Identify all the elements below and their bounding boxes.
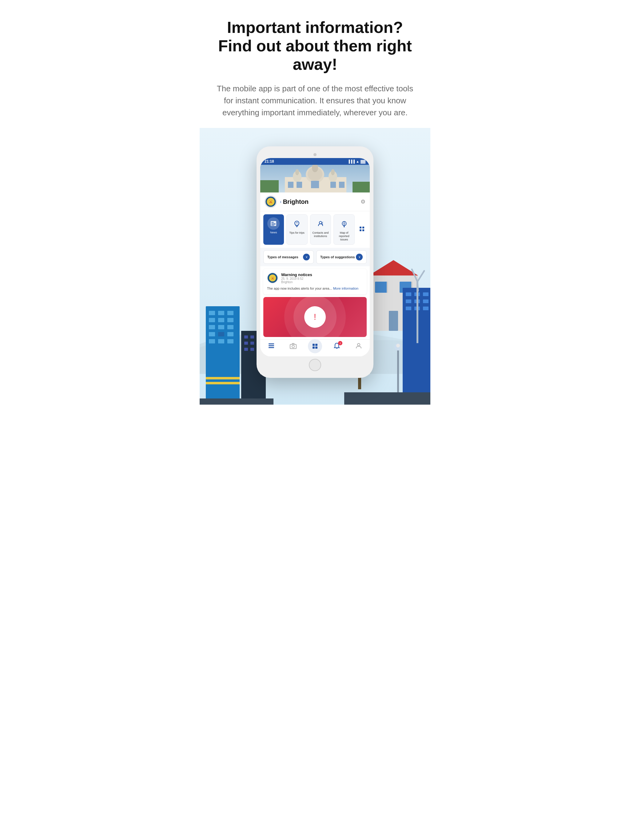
- signal-icon: ▐▐▐: [348, 159, 355, 163]
- notification-badge-count: 2: [338, 341, 342, 345]
- contacts-svg-icon: [317, 221, 324, 227]
- news-svg-icon: [270, 220, 277, 227]
- svg-rect-103: [315, 346, 317, 349]
- news-card-link[interactable]: More information: [333, 287, 359, 290]
- tab-list[interactable]: [260, 342, 282, 353]
- phone-camera: [313, 153, 317, 156]
- status-time: 21:18: [264, 159, 274, 164]
- news-card-title: Warning notices: [281, 272, 312, 277]
- nav-item-contacts[interactable]: Contacts and institutions: [310, 214, 331, 245]
- nav-item-map[interactable]: Map of reported issues: [334, 214, 355, 245]
- bottom-tabs: 2: [260, 339, 370, 356]
- nav-item-news[interactable]: News: [263, 214, 284, 245]
- svg-point-104: [358, 343, 360, 346]
- svg-rect-84: [271, 222, 274, 223]
- city-name-row: › Brighton: [280, 198, 309, 205]
- center-grid-icon: [312, 343, 318, 350]
- settings-gear-icon[interactable]: ⚙: [361, 198, 366, 205]
- news-card-logo: ⚔: [267, 272, 278, 284]
- map-icon: [338, 218, 350, 230]
- camera-tab-icon: [290, 342, 297, 351]
- scene: 21:18 ▐▐▐ ▲ ▓▓: [199, 128, 431, 405]
- svg-text:⚔: ⚔: [269, 199, 273, 204]
- svg-rect-78: [330, 182, 336, 188]
- city-chevron-icon[interactable]: ›: [280, 199, 282, 204]
- app-nav-row: News Tips for trips: [260, 211, 370, 248]
- city-name-label: Brighton: [283, 198, 309, 205]
- main-title: Important information? Find out about th…: [212, 19, 418, 74]
- filter-messages-button[interactable]: Types of messages ∨: [263, 250, 314, 264]
- phone-device: 21:18 ▐▐▐ ▲ ▓▓: [256, 146, 374, 378]
- map-svg-icon: [341, 221, 348, 227]
- status-bar: 21:18 ▐▐▐ ▲ ▓▓: [260, 158, 370, 165]
- center-grid-button[interactable]: [308, 339, 322, 353]
- phone-wrapper: 21:18 ▐▐▐ ▲ ▓▓: [199, 140, 431, 378]
- svg-rect-101: [315, 344, 317, 346]
- tab-grid-center[interactable]: [304, 342, 326, 353]
- svg-rect-79: [339, 182, 345, 188]
- tips-svg-icon: [293, 221, 300, 227]
- nav-item-tips[interactable]: Tips for trips: [287, 214, 308, 245]
- svg-rect-75: [288, 182, 293, 188]
- pavilion-svg: [260, 165, 370, 193]
- title-line1: Important information?: [227, 19, 403, 36]
- phone-top-bar: [260, 150, 370, 158]
- filter-suggestions-label: Types of suggestions: [320, 255, 355, 259]
- svg-rect-86: [271, 224, 275, 225]
- svg-rect-77: [311, 181, 319, 188]
- svg-point-88: [295, 221, 299, 225]
- tab-camera[interactable]: [282, 342, 304, 353]
- contacts-icon: [314, 218, 327, 230]
- news-card: ⚔ Warning notices 25. 9. 2019 8:52 Brigh…: [263, 269, 367, 295]
- tab-profile[interactable]: [348, 342, 370, 353]
- filter-messages-chevron-icon: ∨: [303, 254, 310, 261]
- city-left: ⚔ › Brighton: [264, 196, 309, 208]
- news-icon: [268, 217, 280, 230]
- phone-home-button[interactable]: [309, 359, 321, 371]
- svg-rect-85: [271, 223, 275, 224]
- alert-card: !: [263, 297, 367, 337]
- news-card-location: Brighton: [281, 280, 312, 284]
- alert-circle-inner: !: [304, 306, 326, 328]
- wifi-icon: ▲: [356, 159, 359, 163]
- news-card-header: ⚔ Warning notices 25. 9. 2019 8:52 Brigh…: [267, 272, 363, 284]
- map-nav-label: Map of reported issues: [336, 231, 353, 241]
- svg-rect-65: [260, 180, 279, 193]
- user-tab-icon: [355, 342, 362, 351]
- news-logo-svg: ⚔: [268, 273, 278, 283]
- svg-rect-62: [344, 392, 431, 405]
- header-subtitle: The mobile app is part of one of the mos…: [212, 83, 418, 119]
- svg-rect-20: [206, 382, 240, 384]
- filter-suggestions-button[interactable]: Types of suggestions ∨: [316, 250, 367, 264]
- filter-suggestions-chevron-icon: ∨: [356, 254, 362, 261]
- svg-rect-66: [353, 182, 370, 193]
- svg-rect-87: [271, 225, 274, 226]
- svg-rect-100: [313, 344, 315, 346]
- more-grid-icon: [359, 227, 364, 231]
- tips-nav-label: Tips for trips: [290, 231, 304, 235]
- svg-rect-102: [313, 346, 315, 349]
- svg-point-99: [292, 345, 294, 348]
- nav-more-button[interactable]: [357, 214, 367, 245]
- svg-rect-33: [199, 398, 274, 405]
- svg-point-72: [295, 169, 299, 175]
- city-bar: ⚔ › Brighton ⚙: [260, 193, 370, 211]
- svg-point-74: [331, 169, 335, 175]
- city-logo: ⚔: [264, 196, 277, 208]
- app-header-image: [260, 165, 370, 193]
- svg-rect-95: [269, 343, 274, 344]
- battery-icon: ▓▓: [361, 159, 366, 163]
- news-card-body: The app now includes alerts for your are…: [267, 287, 332, 290]
- alert-exclamation-icon: !: [314, 312, 316, 322]
- svg-text:⚔: ⚔: [271, 276, 274, 280]
- svg-rect-76: [296, 182, 302, 188]
- news-nav-label: News: [270, 231, 277, 234]
- contacts-nav-label: Contacts and institutions: [312, 231, 329, 238]
- alert-circles: !: [263, 297, 367, 337]
- tab-notifications[interactable]: 2: [326, 342, 348, 353]
- notification-badge-wrapper: 2: [333, 342, 340, 351]
- filter-row: Types of messages ∨ Types of suggestions…: [260, 248, 370, 266]
- svg-rect-97: [269, 347, 274, 348]
- city-coat-of-arms: ⚔: [265, 196, 276, 207]
- status-icons: ▐▐▐ ▲ ▓▓: [348, 159, 366, 163]
